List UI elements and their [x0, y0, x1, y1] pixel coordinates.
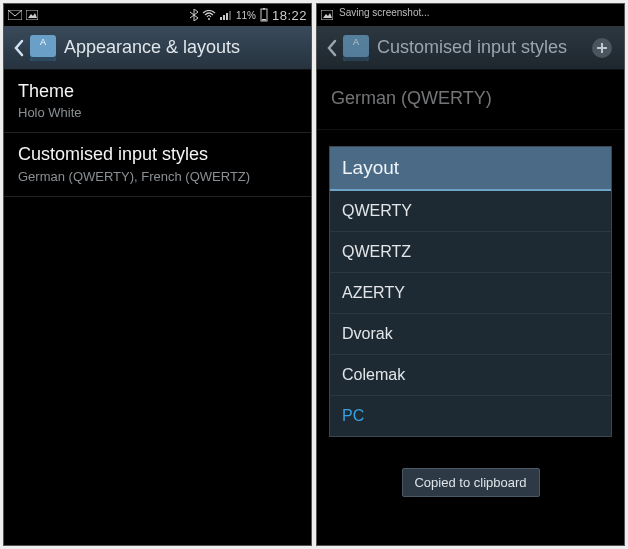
- settings-item-title: Customised input styles: [18, 143, 297, 166]
- back-button[interactable]: [8, 26, 30, 70]
- svg-rect-5: [223, 15, 225, 20]
- phone-left: 11% 18:22 Appearance & layouts Theme Hol…: [3, 3, 312, 546]
- picture-icon: [26, 10, 38, 20]
- saving-screenshot-text: Saving screenshot...: [339, 7, 430, 18]
- keyboard-app-icon: [30, 35, 56, 61]
- settings-item-theme[interactable]: Theme Holo White: [4, 70, 311, 133]
- clock: 18:22: [272, 8, 307, 23]
- dialog-option-colemak[interactable]: Colemak: [330, 355, 611, 396]
- svg-rect-6: [226, 13, 228, 20]
- back-button[interactable]: [321, 26, 343, 70]
- svg-rect-9: [263, 8, 265, 10]
- phone-right: Saving screenshot... Customised input st…: [316, 3, 625, 546]
- dialog-option-azerty[interactable]: AZERTY: [330, 273, 611, 314]
- bluetooth-icon: [190, 9, 198, 21]
- dialog-option-pc[interactable]: PC: [330, 396, 611, 436]
- svg-rect-10: [262, 19, 266, 21]
- settings-item-subtitle: Holo White: [18, 105, 297, 120]
- settings-item-customised-input-styles[interactable]: Customised input styles German (QWERTY),…: [4, 133, 311, 196]
- settings-list: Theme Holo White Customised input styles…: [4, 70, 311, 197]
- mail-icon: [8, 10, 22, 20]
- battery-icon: [260, 8, 268, 22]
- status-bar: Saving screenshot...: [317, 4, 624, 26]
- dialog-option-dvorak[interactable]: Dvorak: [330, 314, 611, 355]
- battery-percent: 11%: [236, 10, 256, 21]
- signal-icon: [220, 10, 232, 20]
- svg-rect-7: [229, 11, 231, 20]
- action-bar-title: Appearance & layouts: [64, 37, 311, 58]
- action-bar: Appearance & layouts: [4, 26, 311, 70]
- dialog-title: Layout: [330, 147, 611, 191]
- keyboard-app-icon: [343, 35, 369, 61]
- action-bar: Customised input styles: [317, 26, 624, 70]
- dialog-option-qwertz[interactable]: QWERTZ: [330, 232, 611, 273]
- settings-item-subtitle: German (QWERTY), French (QWERTZ): [18, 169, 297, 184]
- action-bar-title: Customised input styles: [377, 37, 580, 58]
- wifi-icon: [202, 10, 216, 20]
- svg-point-3: [208, 18, 210, 20]
- svg-rect-4: [220, 17, 222, 20]
- svg-marker-12: [323, 13, 332, 18]
- add-button[interactable]: [580, 26, 624, 70]
- picture-icon: [321, 10, 333, 20]
- toast-copied: Copied to clipboard: [401, 468, 539, 497]
- svg-marker-2: [28, 13, 37, 18]
- settings-item-title: Theme: [18, 80, 297, 103]
- dialog-option-qwerty[interactable]: QWERTY: [330, 191, 611, 232]
- status-bar: 11% 18:22: [4, 4, 311, 26]
- layout-dialog: Layout QWERTY QWERTZ AZERTY Dvorak Colem…: [329, 146, 612, 437]
